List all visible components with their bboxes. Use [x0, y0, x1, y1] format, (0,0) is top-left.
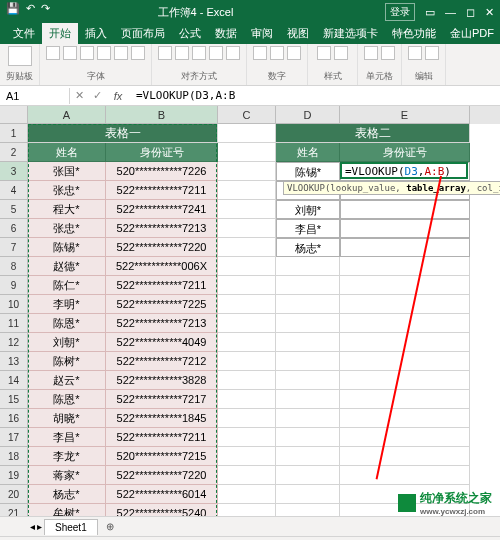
- cell[interactable]: [276, 352, 340, 371]
- cell[interactable]: 赵云*: [28, 371, 106, 390]
- merge-icon[interactable]: [226, 46, 240, 60]
- cell[interactable]: 李明*: [28, 295, 106, 314]
- cell[interactable]: 刘朝*: [276, 200, 340, 219]
- cell[interactable]: 522***********7211: [106, 181, 218, 200]
- cell[interactable]: 杨志*: [28, 485, 106, 504]
- spreadsheet-grid[interactable]: A B C D E 1表格一表格二2姓名身份证号姓名身份证号3张国*520***…: [0, 106, 500, 516]
- comma-icon[interactable]: [270, 46, 284, 60]
- tab-view[interactable]: 视图: [280, 23, 316, 44]
- cancel-formula-icon[interactable]: ✕: [70, 89, 88, 102]
- cell[interactable]: 张忠*: [28, 181, 106, 200]
- cell[interactable]: 522***********7211: [106, 428, 218, 447]
- tab-pdf[interactable]: 金山PDF: [443, 23, 500, 44]
- sheet-tab-1[interactable]: Sheet1: [44, 519, 98, 535]
- wrap-icon[interactable]: [209, 46, 223, 60]
- cell[interactable]: [276, 447, 340, 466]
- tab-data[interactable]: 数据: [208, 23, 244, 44]
- cell[interactable]: [276, 390, 340, 409]
- cell[interactable]: [340, 257, 470, 276]
- cell[interactable]: [218, 409, 276, 428]
- border-icon[interactable]: [97, 46, 111, 60]
- cell[interactable]: [276, 295, 340, 314]
- row-header[interactable]: 19: [0, 466, 28, 485]
- name-box[interactable]: A1: [0, 88, 70, 104]
- minimize-icon[interactable]: —: [445, 6, 456, 18]
- cell[interactable]: [218, 295, 276, 314]
- cell[interactable]: [218, 428, 276, 447]
- cell[interactable]: [340, 295, 470, 314]
- tab-formulas[interactable]: 公式: [172, 23, 208, 44]
- row-header[interactable]: 13: [0, 352, 28, 371]
- cell[interactable]: 陈锡*: [276, 162, 340, 181]
- row-header[interactable]: 17: [0, 428, 28, 447]
- cell[interactable]: 身份证号: [106, 143, 218, 162]
- cell[interactable]: [218, 143, 276, 162]
- cell[interactable]: [276, 504, 340, 516]
- cell[interactable]: [218, 238, 276, 257]
- cell[interactable]: [218, 257, 276, 276]
- cell[interactable]: 陈恩*: [28, 390, 106, 409]
- cell[interactable]: 姓名: [28, 143, 106, 162]
- fx-icon[interactable]: fx: [106, 90, 130, 102]
- col-header-e[interactable]: E: [340, 106, 470, 124]
- tab-layout[interactable]: 页面布局: [114, 23, 172, 44]
- cell[interactable]: [340, 276, 470, 295]
- cell[interactable]: [218, 352, 276, 371]
- cell[interactable]: 姓名: [276, 143, 340, 162]
- tab-tools[interactable]: 特色功能: [385, 23, 443, 44]
- sheet-nav-next-icon[interactable]: ▸: [37, 521, 42, 532]
- cell[interactable]: [276, 276, 340, 295]
- cell[interactable]: [340, 409, 470, 428]
- cond-format-icon[interactable]: [317, 46, 331, 60]
- cell[interactable]: [218, 162, 276, 181]
- row-header[interactable]: 4: [0, 181, 28, 200]
- row-header[interactable]: 5: [0, 200, 28, 219]
- undo-icon[interactable]: ↶: [26, 2, 35, 15]
- cell[interactable]: 522***********3828: [106, 371, 218, 390]
- cell[interactable]: 522***********6014: [106, 485, 218, 504]
- close-icon[interactable]: ✕: [485, 6, 494, 19]
- cell[interactable]: 赵德*: [28, 257, 106, 276]
- cell[interactable]: [276, 428, 340, 447]
- cell[interactable]: [340, 238, 470, 257]
- tab-review[interactable]: 审阅: [244, 23, 280, 44]
- cell[interactable]: [340, 466, 470, 485]
- cell[interactable]: 表格二: [276, 124, 470, 143]
- cell[interactable]: 李昌*: [276, 219, 340, 238]
- sheet-nav-prev-icon[interactable]: ◂: [30, 521, 35, 532]
- cell[interactable]: 522***********1845: [106, 409, 218, 428]
- row-header[interactable]: 3: [0, 162, 28, 181]
- tab-file[interactable]: 文件: [6, 23, 42, 44]
- row-header[interactable]: 12: [0, 333, 28, 352]
- cell[interactable]: 陈锡*: [28, 238, 106, 257]
- tab-new[interactable]: 新建选项卡: [316, 23, 385, 44]
- select-all-corner[interactable]: [0, 106, 28, 124]
- cell[interactable]: 522***********006X: [106, 257, 218, 276]
- cell[interactable]: 522***********7212: [106, 352, 218, 371]
- cell[interactable]: [340, 447, 470, 466]
- cell[interactable]: 李龙*: [28, 447, 106, 466]
- autosum-icon[interactable]: [408, 46, 422, 60]
- row-header[interactable]: 21: [0, 504, 28, 516]
- sort-icon[interactable]: [425, 46, 439, 60]
- cell[interactable]: [276, 485, 340, 504]
- row-header[interactable]: 15: [0, 390, 28, 409]
- row-header[interactable]: 14: [0, 371, 28, 390]
- cell[interactable]: 522***********7241: [106, 200, 218, 219]
- row-header[interactable]: 20: [0, 485, 28, 504]
- bold-icon[interactable]: [46, 46, 60, 60]
- cell[interactable]: 522***********7225: [106, 295, 218, 314]
- cell[interactable]: [276, 314, 340, 333]
- formula-bar[interactable]: =VLOOKUP(D3,A:B: [130, 87, 500, 104]
- cell[interactable]: [218, 200, 276, 219]
- cell[interactable]: [340, 428, 470, 447]
- cell[interactable]: 李昌*: [28, 428, 106, 447]
- ribbon-options-icon[interactable]: ▭: [425, 6, 435, 19]
- cell[interactable]: [340, 390, 470, 409]
- cell[interactable]: [218, 124, 276, 143]
- cell[interactable]: [340, 219, 470, 238]
- maximize-icon[interactable]: ◻: [466, 6, 475, 19]
- cell[interactable]: [340, 352, 470, 371]
- cell[interactable]: [276, 409, 340, 428]
- fill-icon[interactable]: [114, 46, 128, 60]
